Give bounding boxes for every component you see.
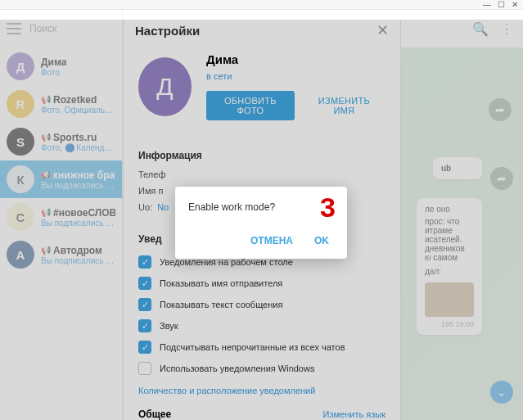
window-close[interactable]: ✕ <box>512 0 518 9</box>
confirm-dialog: 3 Enable work mode? ОТМЕНА OK <box>175 187 347 259</box>
cancel-button[interactable]: ОТМЕНА <box>244 231 300 251</box>
dialog-question: Enable work mode? <box>188 201 334 213</box>
window-maximize[interactable]: ☐ <box>498 0 505 9</box>
ok-button[interactable]: OK <box>309 233 334 248</box>
annotation-number: 3 <box>320 192 336 224</box>
window-minimize[interactable]: — <box>483 0 491 9</box>
